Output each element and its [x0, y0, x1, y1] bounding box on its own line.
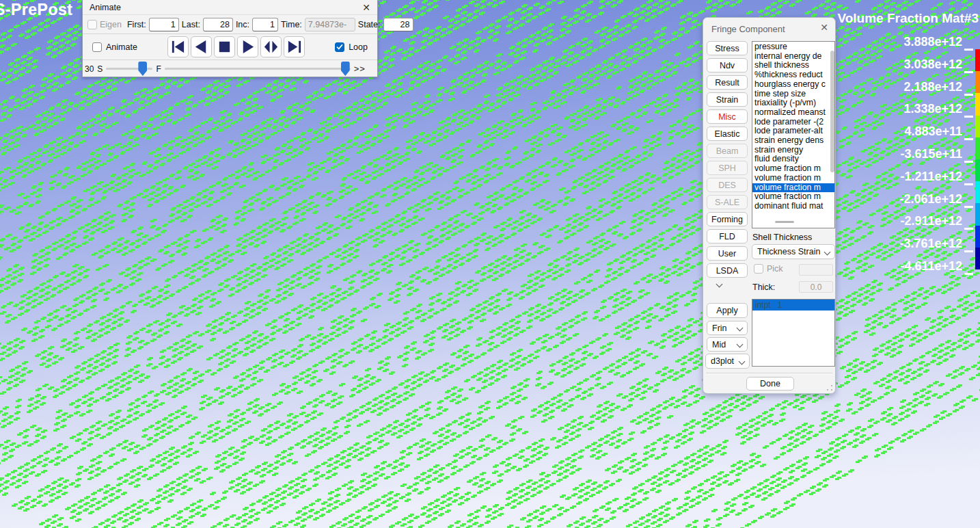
legend-value: 1.338e+12 [903, 102, 962, 116]
fringe-category-forming[interactable]: Forming [707, 212, 748, 226]
playback-button-group [167, 36, 305, 57]
fringe-category-elastic[interactable]: Elastic [707, 127, 748, 141]
colorbar-segment [975, 181, 980, 203]
close-icon[interactable]: ✕ [362, 3, 370, 12]
last-input[interactable] [203, 18, 233, 31]
chevron-down-icon [737, 325, 744, 332]
animate-dialog: Animate ✕ Eigen First: Last: Inc: Time: … [82, 0, 378, 77]
fringe-component-list[interactable]: pressureinternal energy deshell thicknes… [752, 41, 835, 228]
speed-slider-thumb[interactable] [138, 62, 147, 76]
colorbar-segment [975, 93, 980, 115]
fringe-dialog-title: Fringe Component [711, 24, 785, 34]
state-slider-track[interactable] [165, 68, 351, 70]
intpt-list[interactable]: intpt 1 [752, 299, 835, 367]
component-list-item[interactable]: %thickness reduct [752, 70, 834, 80]
last-state-button[interactable] [284, 36, 305, 57]
component-list-vscrollbar[interactable] [830, 51, 834, 172]
speed-slider[interactable] [106, 62, 152, 76]
component-list-item[interactable]: volume fraction m [752, 192, 834, 202]
legend-value-row: 3.888e+12 [903, 35, 962, 51]
expand-button[interactable]: >> [354, 64, 366, 74]
component-list-item[interactable]: strain energy [752, 146, 834, 155]
component-list-item[interactable]: volume fraction m [752, 164, 834, 174]
component-list-item[interactable]: triaxiality (-p/vm) [752, 98, 834, 108]
legend-value-row: -2.911e+12 [900, 214, 962, 230]
loop-checkbox[interactable] [335, 42, 344, 52]
fringe-category-lsda[interactable]: LSDA [707, 263, 748, 278]
fringe-category-stress[interactable]: Stress [707, 41, 748, 55]
bounce-playback-button[interactable] [260, 36, 282, 57]
fringe-component-dialog: Fringe Component ✕ StressNdvResultStrain… [703, 17, 836, 394]
fringe-category-ndv[interactable]: Ndv [707, 58, 748, 72]
component-list-item[interactable]: dominant fluid mat [752, 202, 834, 211]
component-list-item[interactable]: volume fraction m [752, 174, 834, 183]
thick-field: 0.0 [799, 281, 833, 293]
fringe-category-user[interactable]: User [707, 246, 748, 261]
component-list-hscrollbar[interactable] [775, 221, 794, 223]
resize-grip[interactable] [826, 384, 833, 391]
component-list-item[interactable]: hourglass energy c [752, 80, 834, 90]
component-list-item[interactable]: normalized meanst [752, 108, 834, 118]
apply-button[interactable]: Apply [707, 303, 748, 318]
chevron-down-icon[interactable] [716, 281, 723, 288]
animate-speed-row: 30 S F >> [83, 60, 377, 77]
state-slider[interactable] [165, 62, 351, 76]
fringe-category-s-ale: S-ALE [707, 195, 748, 209]
legend-value: 4.883e+11 [904, 124, 962, 138]
intpt-list-item[interactable]: intpt 1 [752, 300, 834, 311]
component-list-item[interactable]: lode parameter -(2 [752, 118, 834, 127]
legend-value: -2.911e+12 [900, 214, 962, 228]
mid-dropdown[interactable]: Mid [707, 337, 748, 352]
app-title-overlay: S-PrePost [0, 1, 72, 19]
fringe-category-misc[interactable]: Misc [707, 109, 748, 124]
state-slider-thumb[interactable] [341, 62, 350, 76]
component-list-item[interactable]: internal energy de [752, 52, 834, 62]
animate-titlebar[interactable]: Animate ✕ [83, 0, 377, 15]
done-button[interactable]: Done [746, 377, 794, 391]
stop-button[interactable] [214, 36, 235, 57]
play-forward-button[interactable] [237, 36, 258, 57]
d3plot-dropdown-value: d3plot [711, 356, 734, 366]
animate-checkbox[interactable] [92, 42, 102, 52]
component-list-item[interactable]: volume fraction m [752, 183, 834, 193]
state-input[interactable] [383, 18, 413, 31]
animate-fields-row: Eigen First: Last: Inc: Time: State: [83, 15, 377, 34]
play-reverse-button[interactable] [191, 36, 212, 57]
component-list-item[interactable]: fluid density [752, 155, 834, 164]
component-list-item[interactable]: pressure [752, 42, 834, 52]
component-list-item[interactable]: shell thickness [752, 61, 834, 70]
animate-dialog-title: Animate [90, 3, 362, 12]
state-label: State: [358, 20, 381, 29]
pick-checkbox[interactable] [754, 264, 763, 274]
component-list-item[interactable]: strain energy dens [752, 136, 834, 146]
component-list-item[interactable]: lode parameter-alt [752, 127, 834, 136]
frin-dropdown[interactable]: Frin [707, 321, 748, 335]
colorbar-segment [975, 71, 980, 93]
inc-input[interactable] [252, 18, 278, 31]
first-state-button[interactable] [167, 36, 189, 57]
fringe-category-strain[interactable]: Strain [707, 92, 748, 107]
legend-value: -3.761e+12 [899, 237, 962, 250]
legend-value: -3.615e+11 [900, 147, 962, 161]
legend-tick [964, 161, 973, 163]
fringe-category-result[interactable]: Result [707, 75, 748, 90]
pick-field [799, 264, 833, 276]
legend-value: 3.038e+12 [903, 57, 962, 71]
fringe-category-fld[interactable]: FLD [707, 229, 748, 243]
d3plot-dropdown[interactable]: d3plot [705, 354, 750, 369]
time-input [305, 18, 355, 31]
animate-playback-row: Animate [83, 34, 377, 60]
pick-label: Pick [767, 264, 783, 274]
speed-fast-label: F [156, 64, 161, 74]
legend-tick [964, 228, 973, 230]
component-list-item[interactable]: time step size [752, 90, 834, 99]
thickness-strain-dropdown[interactable]: Thickness Strain [752, 244, 835, 259]
time-label: Time: [281, 20, 302, 29]
first-input[interactable] [149, 18, 179, 31]
chevron-down-icon [824, 248, 831, 255]
close-icon[interactable]: ✕ [820, 23, 828, 32]
legend-value: 3.888e+12 [903, 35, 962, 49]
shell-thickness-label: Shell Thickness [752, 233, 812, 242]
eigen-checkbox[interactable] [87, 20, 97, 29]
legend-value-row: -3.615e+11 [900, 147, 962, 163]
